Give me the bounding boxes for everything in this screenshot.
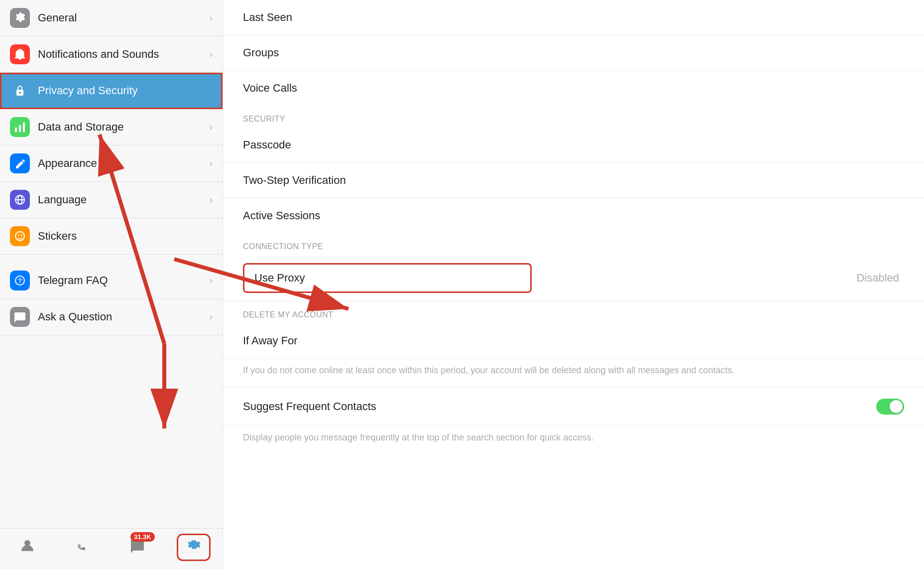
- sidebar-item-general[interactable]: General ›: [0, 0, 223, 36]
- language-chevron: ›: [210, 195, 213, 205]
- if-away-description: If you do not come online at least once …: [223, 359, 924, 387]
- sidebar-item-privacy[interactable]: Privacy and Security: [0, 73, 223, 109]
- notifications-label: Notifications and Sounds: [38, 48, 210, 61]
- appearance-chevron: ›: [210, 158, 213, 169]
- faq-chevron: ›: [210, 276, 213, 286]
- if-away-label: If Away For: [243, 334, 904, 347]
- stickers-label: Stickers: [38, 230, 213, 243]
- ask-label: Ask a Question: [38, 310, 210, 323]
- delete-header: DELETE MY ACCOUNT: [223, 301, 924, 323]
- passcode-item[interactable]: Passcode: [223, 128, 924, 163]
- faq-icon: ?: [10, 271, 30, 290]
- bottom-nav: 31.3K: [0, 528, 223, 569]
- contacts-icon: [20, 538, 35, 557]
- sidebar-item-data[interactable]: Data and Storage ›: [0, 109, 223, 145]
- sidebar: General › Notifications and Sounds › Pri…: [0, 0, 223, 569]
- security-section: SECURITY Passcode Two-Step Verification …: [223, 106, 924, 233]
- general-label: General: [38, 11, 210, 24]
- notifications-chevron: ›: [210, 49, 213, 60]
- general-chevron: ›: [210, 13, 213, 23]
- sidebar-item-faq[interactable]: ? Telegram FAQ ›: [0, 263, 223, 299]
- svg-rect-2: [15, 128, 17, 132]
- privacy-icon: [10, 81, 30, 101]
- main-content: Last Seen Groups Voice Calls SECURITY Pa…: [223, 0, 924, 569]
- if-away-item[interactable]: If Away For: [223, 323, 924, 359]
- use-proxy-box[interactable]: Use Proxy: [243, 263, 532, 293]
- security-header: SECURITY: [223, 106, 924, 128]
- privacy-label: Privacy and Security: [38, 84, 213, 97]
- last-seen-item[interactable]: Last Seen: [223, 0, 924, 35]
- two-step-item[interactable]: Two-Step Verification: [223, 163, 924, 198]
- connection-section: CONNECTION TYPE Use Proxy Disabled: [223, 233, 924, 301]
- delete-section: DELETE MY ACCOUNT If Away For If you do …: [223, 301, 924, 387]
- data-icon: [10, 117, 30, 137]
- active-sessions-item[interactable]: Active Sessions: [223, 198, 924, 233]
- sidebar-item-stickers[interactable]: Stickers: [0, 218, 223, 255]
- suggest-contacts-label: Suggest Frequent Contacts: [243, 400, 876, 413]
- ask-chevron: ›: [210, 312, 213, 322]
- svg-point-1: [19, 92, 21, 94]
- use-proxy-row[interactable]: Use Proxy Disabled: [223, 255, 924, 301]
- svg-text:?: ?: [18, 277, 22, 284]
- sidebar-item-ask[interactable]: Ask a Question ›: [0, 299, 223, 335]
- connection-header: CONNECTION TYPE: [223, 233, 924, 255]
- suggest-contacts-item[interactable]: Suggest Frequent Contacts: [223, 387, 924, 426]
- data-chevron: ›: [210, 122, 213, 133]
- svg-point-9: [18, 235, 19, 236]
- use-proxy-value: Disabled: [856, 272, 899, 284]
- groups-item[interactable]: Groups: [223, 35, 924, 71]
- active-sessions-label: Active Sessions: [243, 209, 904, 222]
- voice-calls-item[interactable]: Voice Calls: [223, 71, 924, 106]
- suggest-contacts-description: Display people you message frequently at…: [223, 426, 924, 454]
- voice-calls-label: Voice Calls: [243, 82, 904, 95]
- sidebar-item-language[interactable]: Language ›: [0, 182, 223, 218]
- data-label: Data and Storage: [38, 121, 210, 134]
- stickers-icon: [10, 226, 30, 246]
- svg-rect-3: [19, 125, 21, 132]
- faq-label: Telegram FAQ: [38, 274, 210, 287]
- general-icon: [10, 8, 30, 28]
- appearance-icon: [10, 153, 30, 173]
- sidebar-items-list: General › Notifications and Sounds › Pri…: [0, 0, 223, 528]
- language-label: Language: [38, 193, 210, 206]
- svg-point-10: [21, 235, 22, 236]
- bottom-nav-settings[interactable]: [177, 534, 211, 561]
- svg-rect-4: [23, 123, 25, 132]
- chats-badge: 31.3K: [130, 532, 155, 542]
- suggest-contacts-toggle[interactable]: [876, 399, 904, 415]
- toggle-knob: [890, 400, 903, 413]
- appearance-label: Appearance: [38, 157, 210, 170]
- ask-icon: [10, 307, 30, 327]
- calls-icon: [75, 538, 90, 557]
- last-seen-label: Last Seen: [243, 11, 904, 24]
- suggest-contacts-section: Suggest Frequent Contacts Display people…: [223, 387, 924, 454]
- sidebar-item-appearance[interactable]: Appearance ›: [0, 145, 223, 182]
- passcode-label: Passcode: [243, 139, 904, 151]
- two-step-label: Two-Step Verification: [243, 174, 904, 187]
- bottom-nav-chats[interactable]: 31.3K: [122, 535, 153, 560]
- bottom-nav-calls[interactable]: [67, 535, 98, 560]
- use-proxy-label: Use Proxy: [254, 272, 305, 284]
- language-icon: [10, 190, 30, 210]
- privacy-section: Last Seen Groups Voice Calls: [223, 0, 924, 106]
- groups-label: Groups: [243, 46, 904, 59]
- notifications-icon: [10, 44, 30, 64]
- sidebar-item-notifications[interactable]: Notifications and Sounds ›: [0, 36, 223, 73]
- settings-nav-icon: [186, 538, 201, 557]
- bottom-nav-contacts[interactable]: [12, 535, 43, 560]
